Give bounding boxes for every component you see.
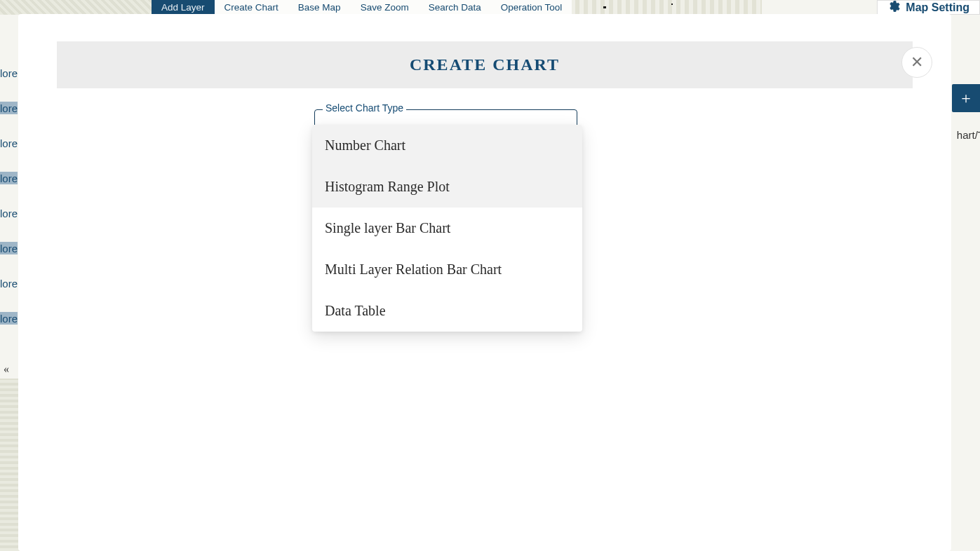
sidebar-item-fragment[interactable]: lore [0, 102, 18, 114]
sidebar-item-fragment[interactable]: lore [0, 67, 18, 79]
map-fragment [0, 0, 152, 15]
toolbar-save-zoom[interactable]: Save Zoom [351, 0, 419, 15]
sidebar-item-fragment[interactable]: lore [0, 172, 18, 184]
toolbar-create-chart[interactable]: Create Chart [215, 0, 288, 15]
gear-icon [887, 0, 900, 15]
toolbar-base-map[interactable]: Base Map [288, 0, 351, 15]
modal-title: CREATE CHART [410, 55, 560, 74]
chart-type-dropdown: Number ChartHistogram Range PlotSingle l… [312, 125, 582, 332]
toolbar-search-data[interactable]: Search Data [419, 0, 491, 15]
toolbar-add-layer[interactable]: Add Layer [152, 0, 215, 15]
close-icon: ✕ [911, 53, 923, 72]
top-toolbar: Add LayerCreate ChartBase MapSave ZoomSe… [152, 0, 572, 15]
chart-type-option[interactable]: Multi Layer Relation Bar Chart [312, 249, 582, 290]
modal-header: CREATE CHART ✕ [57, 41, 913, 88]
create-chart-modal: CREATE CHART ✕ Select Chart Type Number … [18, 14, 951, 551]
sidebar-item-fragment[interactable]: lore [0, 242, 18, 254]
sidebar-item-fragment[interactable]: lore [0, 207, 18, 219]
close-button[interactable]: ✕ [901, 47, 932, 78]
collapse-sidebar-icon[interactable]: « [4, 363, 15, 374]
chart-type-select[interactable]: Select Chart Type Number ChartHistogram … [314, 109, 577, 126]
add-chart-fab[interactable]: + [952, 84, 980, 112]
sidebar-item-fragment[interactable]: lore [0, 312, 18, 325]
sidebar-item-fragment[interactable]: lore [0, 277, 18, 290]
map-setting-label: Map Setting [906, 1, 969, 14]
select-label: Select Chart Type [323, 102, 406, 114]
plus-icon: + [961, 89, 971, 108]
chart-type-option[interactable]: Data Table [312, 290, 582, 332]
modal-body: Select Chart Type Number ChartHistogram … [18, 88, 951, 551]
chart-type-option[interactable]: Single layer Bar Chart [312, 208, 582, 249]
sidebar-partial: lorelorelorelorelorelorelorelore [0, 67, 18, 325]
map-fragment [0, 379, 20, 551]
sidebar-item-fragment[interactable]: lore [0, 137, 18, 149]
chart-type-option[interactable]: Number Chart [312, 125, 582, 166]
toolbar-operation-tool[interactable]: Operation Tool [491, 0, 572, 15]
chart-type-option[interactable]: Histogram Range Plot [312, 166, 582, 208]
map-setting-button[interactable]: Map Setting [877, 0, 980, 15]
hidden-panel-label-fragment: hart/T [957, 129, 980, 141]
